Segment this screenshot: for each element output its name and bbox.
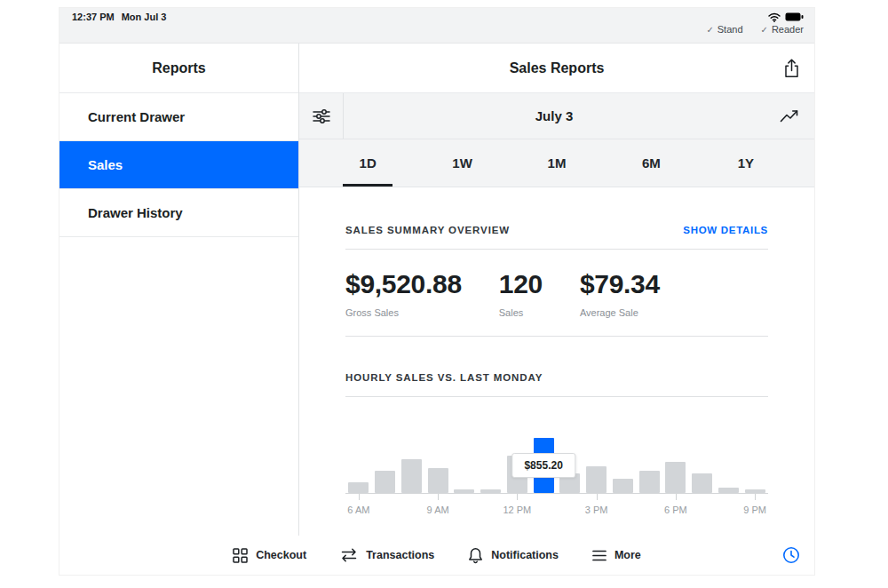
chart-bar[interactable] — [454, 489, 474, 493]
nav-label: Notifications — [491, 549, 559, 561]
stat-average-sale: $79.34 Average Sale — [580, 269, 660, 318]
range-tabs: 1D 1W 1M 6M 1Y — [299, 139, 814, 187]
stat-value: 120 — [499, 269, 543, 299]
axis-tick — [676, 494, 677, 500]
reader-status-label: Reader — [772, 24, 804, 35]
chart-bar[interactable] — [401, 459, 422, 493]
nav-item-transactions[interactable]: Transactions — [340, 548, 434, 562]
date-label[interactable]: July 3 — [344, 93, 765, 139]
divider — [345, 396, 768, 397]
tab-1y[interactable]: 1Y — [699, 139, 793, 187]
reader-status: ✓ Reader — [761, 24, 804, 35]
nav-label: More — [614, 549, 641, 561]
reports-sidebar: Reports Current Drawer Sales Drawer Hist… — [59, 44, 299, 536]
stat-gross-sales: $9,520.88 Gross Sales — [345, 269, 462, 318]
report-content: SALES SUMMARY OVERVIEW SHOW DETAILS $9,5… — [299, 187, 814, 536]
chart-bar[interactable] — [692, 473, 712, 493]
chart-bar[interactable] — [613, 479, 633, 493]
stat-label: Average Sale — [580, 307, 660, 318]
tab-1w[interactable]: 1W — [415, 139, 509, 187]
axis-tick — [755, 494, 756, 500]
sidebar-item-sales[interactable]: Sales — [59, 141, 298, 189]
nav-item-checkout[interactable]: Checkout — [233, 548, 306, 563]
status-date: Mon Jul 3 — [122, 12, 167, 22]
nav-label: Checkout — [256, 549, 306, 561]
clock-time: 12:37 PM — [72, 12, 115, 22]
bell-icon — [468, 547, 483, 564]
stat-value: $9,520.88 — [345, 269, 462, 299]
summary-stats: $9,520.88 Gross Sales 120 Sales $79.34 A… — [345, 269, 768, 318]
sidebar-title: Reports — [59, 44, 298, 93]
axis-row: 6 AM9 AM12 PM3 PM6 PM9 PM — [345, 494, 768, 519]
bottom-nav: Checkout Transactions Notification — [59, 536, 814, 575]
tab-1d[interactable]: 1D — [321, 139, 415, 187]
axis-tick — [438, 494, 439, 500]
summary-section-title: SALES SUMMARY OVERVIEW — [345, 225, 510, 235]
chart-bar[interactable] — [665, 462, 686, 493]
menu-icon — [592, 550, 607, 561]
grid-icon — [233, 548, 248, 563]
x-axis-label: 9 AM — [427, 505, 449, 515]
sidebar-item-current-drawer[interactable]: Current Drawer — [59, 93, 298, 141]
divider — [345, 249, 768, 250]
x-axis-label: 9 PM — [743, 505, 766, 515]
x-axis-label: 3 PM — [585, 505, 608, 515]
transactions-icon — [340, 548, 358, 562]
chart-bar[interactable] — [718, 488, 739, 493]
chart-bar[interactable] — [586, 466, 607, 493]
stand-status: ✓ Stand — [706, 24, 742, 35]
nav-label: Transactions — [366, 549, 434, 561]
date-nav-row: July 3 — [299, 93, 814, 139]
battery-icon — [785, 12, 804, 21]
stat-sales-count: 120 Sales — [499, 269, 543, 318]
app-screen: 12:37 PMMon Jul 3 — [59, 7, 815, 576]
tab-6m[interactable]: 6M — [604, 139, 698, 187]
axis-tick — [359, 494, 360, 500]
tab-1m[interactable]: 1M — [510, 139, 604, 187]
check-icon: ✓ — [706, 25, 713, 35]
main-panel: Sales Reports — [299, 44, 814, 536]
sidebar-item-drawer-history[interactable]: Drawer History — [59, 189, 298, 237]
chart-bar[interactable] — [639, 471, 660, 493]
status-time: 12:37 PMMon Jul 3 — [72, 12, 173, 22]
hourly-sales-chart: $855.20 6 AM9 AM12 PM3 PM6 PM9 PM — [345, 439, 768, 519]
clock-icon[interactable] — [782, 546, 800, 564]
chart-bar[interactable] — [348, 482, 369, 493]
chart-bar[interactable] — [375, 471, 395, 493]
chart-bar[interactable] — [428, 468, 448, 493]
stat-label: Sales — [499, 307, 543, 318]
axis-tick — [517, 494, 518, 500]
chart-tooltip: $855.20 — [511, 453, 575, 478]
chart-bar[interactable] — [745, 489, 765, 493]
check-icon: ✓ — [761, 25, 768, 35]
filter-sliders-icon[interactable] — [299, 93, 344, 139]
stat-value: $79.34 — [580, 269, 660, 299]
trend-line-icon[interactable] — [765, 93, 814, 139]
chart-bar[interactable] — [480, 489, 501, 493]
page-title: Sales Reports — [510, 60, 605, 76]
x-axis-label: 6 AM — [347, 505, 369, 515]
nav-item-more[interactable]: More — [592, 549, 641, 561]
x-axis-label: 6 PM — [664, 505, 687, 515]
wifi-icon — [768, 12, 781, 22]
x-axis-label: 12 PM — [503, 505, 531, 515]
status-bar: 12:37 PMMon Jul 3 — [59, 8, 814, 44]
divider — [345, 336, 768, 337]
show-details-link[interactable]: SHOW DETAILS — [683, 225, 768, 235]
stat-label: Gross Sales — [345, 307, 462, 318]
nav-item-notifications[interactable]: Notifications — [468, 547, 559, 564]
stand-status-label: Stand — [718, 24, 743, 35]
share-icon[interactable] — [783, 59, 800, 78]
axis-tick — [597, 494, 598, 500]
chart-section-title: HOURLY SALES VS. LAST MONDAY — [345, 372, 543, 383]
